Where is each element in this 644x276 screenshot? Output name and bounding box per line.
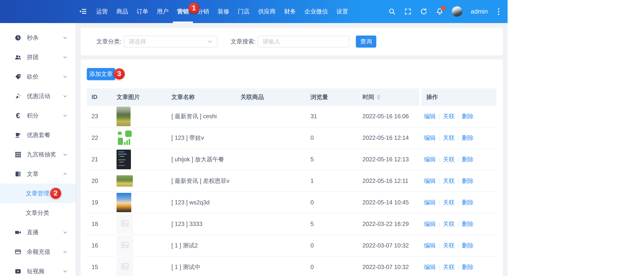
edit-link[interactable]: 编辑 — [424, 135, 436, 141]
sidebar-item-jifen[interactable]: €积分 — [0, 106, 76, 125]
sidebar-item-duanshipin[interactable]: 短视频 — [0, 262, 76, 276]
refresh-icon[interactable] — [420, 8, 428, 15]
nav-item-shezhi[interactable]: 设置 — [336, 0, 348, 23]
fullscreen-icon[interactable] — [404, 8, 412, 15]
article-thumbnail-placeholder — [116, 257, 133, 276]
nav-item-yonghu[interactable]: 用户 — [157, 0, 168, 23]
sidebar-item-jiugongge-choujiang[interactable]: 九宫格抽奖 — [0, 145, 76, 164]
sidebar-item-miaosha[interactable]: 秒杀 — [0, 28, 76, 47]
table-toolbar: 添加文章 3 — [87, 68, 136, 80]
edit-link[interactable]: 编辑 — [424, 221, 436, 227]
username-label[interactable]: admin — [471, 8, 488, 15]
column-header-name: 文章名称 — [167, 88, 236, 106]
delete-link[interactable]: 删除 — [462, 264, 474, 270]
edit-link[interactable]: 编辑 — [424, 242, 436, 249]
delete-link[interactable]: 删除 — [462, 135, 474, 141]
sidebar-item-label: 九宫格抽奖 — [27, 150, 62, 158]
nav-item-shangpin[interactable]: 商品 — [116, 0, 128, 23]
action-divider — [458, 222, 458, 227]
chevron-down-icon — [62, 35, 68, 40]
delete-link[interactable]: 删除 — [462, 113, 474, 120]
delete-link[interactable]: 删除 — [462, 221, 474, 227]
cell-name: [ 最新资讯 ] 差权恩菲v — [167, 177, 236, 185]
table-row: 19[ 123 ] ws2q3d02022-05-14 10:45编辑关联删除 — [87, 192, 496, 213]
action-divider — [439, 222, 440, 227]
sidebar-item-yue-chongzhi[interactable]: 余额充值 — [0, 242, 76, 262]
sidebar-item-label: 优惠套餐 — [27, 131, 68, 139]
relate-link[interactable]: 关联 — [443, 156, 454, 163]
cell-views: 5 — [306, 221, 358, 227]
top-nav-menu: 运营商品订单用户营销1分销装修门店供应商财务企业微信设置 — [96, 0, 348, 23]
sidebar-item-zhibo[interactable]: 直播 — [0, 223, 76, 242]
sidebar-item-pintuan[interactable]: 拼团 — [0, 47, 76, 67]
delete-link[interactable]: 删除 — [462, 242, 474, 249]
sidebar-item-wenzhang-guanli[interactable]: 文章管理2 — [0, 184, 76, 203]
relate-link[interactable]: 关联 — [443, 264, 454, 270]
nav-item-qiyeweixin[interactable]: 企业微信 — [304, 0, 328, 23]
app-window: 运营商品订单用户营销1分销装修门店供应商财务企业微信设置 admin 秒杀拼团砍… — [0, 0, 508, 276]
cell-actions: 编辑关联删除 — [419, 134, 496, 142]
nav-item-label: 设置 — [336, 7, 348, 15]
sort-carets-icon[interactable] — [377, 95, 380, 100]
delete-link[interactable]: 删除 — [462, 156, 474, 163]
action-divider — [458, 136, 458, 141]
article-category-select[interactable]: 请选择 — [124, 36, 218, 47]
edit-link[interactable]: 编辑 — [424, 264, 436, 270]
cell-name: [ 1 ] 测试中 — [167, 263, 236, 271]
add-article-button[interactable]: 添加文章 — [87, 68, 115, 80]
cell-image — [112, 193, 167, 212]
nav-item-yingxiao[interactable]: 营销1 — [177, 0, 189, 23]
cell-name: [ 123 ] ws2q3d — [167, 199, 236, 206]
relate-link[interactable]: 关联 — [443, 135, 454, 141]
column-header-time[interactable]: 时间 — [358, 88, 419, 106]
nav-item-caiwu[interactable]: 财务 — [284, 0, 296, 23]
action-divider — [439, 178, 440, 184]
action-divider — [458, 243, 458, 249]
notifications-bell-icon[interactable] — [436, 8, 444, 15]
relate-link[interactable]: 关联 — [443, 242, 454, 249]
relate-link[interactable]: 关联 — [443, 199, 454, 206]
user-avatar[interactable] — [452, 6, 462, 17]
cell-time: 2022-03-07 10:32 — [358, 242, 419, 249]
table-row: 22[ 123 ] 带娃v02022-05-16 12:14编辑关联删除 — [87, 127, 496, 149]
sidebar-item-kanjia[interactable]: 砍价 — [0, 67, 76, 86]
edit-link[interactable]: 编辑 — [424, 199, 436, 206]
nav-item-label: 装修 — [218, 7, 229, 15]
action-divider — [458, 157, 458, 163]
grid-icon — [14, 151, 22, 158]
edit-link[interactable]: 编辑 — [424, 178, 436, 184]
relate-link[interactable]: 关联 — [443, 221, 454, 227]
sidebar-item-label: 文章管理 — [26, 189, 68, 197]
delete-link[interactable]: 删除 — [462, 199, 474, 206]
sidebar-item-youhui-taocan[interactable]: 优惠套餐 — [0, 125, 76, 145]
column-header-label: ID — [92, 94, 98, 101]
nav-item-gongyingshang[interactable]: 供应商 — [258, 0, 276, 23]
edit-link[interactable]: 编辑 — [424, 113, 436, 120]
more-options-icon[interactable] — [496, 7, 501, 16]
nav-item-mendian[interactable]: 门店 — [238, 0, 250, 23]
nav-item-fenxiao[interactable]: 分销 — [197, 0, 209, 23]
clock-icon — [14, 34, 22, 41]
relate-link[interactable]: 关联 — [443, 113, 454, 120]
nav-item-label: 财务 — [284, 7, 296, 15]
query-button[interactable]: 查询 — [356, 35, 376, 48]
article-search-input[interactable] — [258, 36, 349, 47]
sidebar-item-wenzhang-fenlei[interactable]: 文章分类 — [0, 203, 76, 223]
select-placeholder: 请选择 — [129, 38, 146, 45]
notification-badge-dot — [441, 6, 445, 11]
sidebar-item-youhui-huodong[interactable]: 优惠活动 — [0, 86, 76, 106]
cell-name: [ 123 ] 带娃v — [167, 134, 236, 142]
column-header-related: 关联商品 — [236, 88, 306, 106]
cell-id: 18 — [87, 221, 112, 227]
edit-link[interactable]: 编辑 — [424, 156, 436, 163]
nav-item-zhuangxiu[interactable]: 装修 — [218, 0, 229, 23]
delete-link[interactable]: 删除 — [462, 178, 474, 184]
sidebar-item-wenzhang[interactable]: 文章 — [0, 164, 76, 184]
search-icon[interactable] — [388, 8, 396, 15]
relate-link[interactable]: 关联 — [443, 178, 454, 184]
menu-fold-icon[interactable] — [79, 7, 87, 16]
nav-item-dingdan[interactable]: 订单 — [136, 0, 148, 23]
table-row: 21[ uhijok ] 放大器午餐52022-05-16 12:13编辑关联删… — [87, 149, 496, 170]
cell-id: 23 — [87, 113, 112, 120]
nav-item-yunying[interactable]: 运营 — [96, 0, 108, 23]
